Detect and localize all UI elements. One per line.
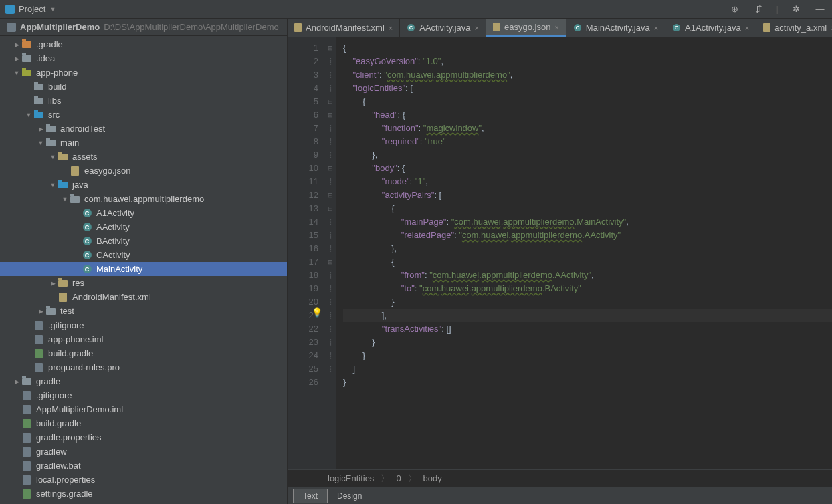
structure-breadcrumb[interactable]: logicEntities〉 0〉 body [288,469,832,487]
tree-item-local-properties[interactable]: local.properties [0,473,287,487]
tree-item-libs[interactable]: libs [0,94,287,108]
expand-arrow-icon[interactable] [36,140,45,146]
editor-tab-mainactivity-java[interactable]: CMainActivity.java× [566,19,665,37]
expand-arrow-icon[interactable] [12,70,21,76]
code-line[interactable]: ], [343,309,832,322]
tree-item-mainactivity[interactable]: CMainActivity [0,262,287,276]
code-line[interactable]: "function": "magicwindow", [343,122,832,135]
tree-item-java[interactable]: java [0,178,287,192]
tree-item-easygo-json[interactable]: easygo.json [0,164,287,178]
tree-item--gradle[interactable]: .gradle [0,37,287,51]
code-line[interactable]: { [343,95,832,108]
expand-arrow-icon[interactable] [24,112,33,118]
fold-handle[interactable]: ⊟ [324,95,336,108]
tree-item-settings-gradle[interactable]: settings.gradle [0,487,287,501]
code-line[interactable]: "client": "com.huawei.appmultiplierdemo"… [343,68,832,82]
expand-arrow-icon[interactable] [36,126,45,132]
editor-tab-aactivity-java[interactable]: CAActivity.java× [400,19,486,37]
tree-item-aactivity[interactable]: CAActivity [0,220,287,234]
fold-handle[interactable]: ┊ [324,242,336,255]
tree-item-app-phone[interactable]: app-phone [0,66,287,80]
code-line[interactable]: } [343,336,832,349]
project-tree[interactable]: .gradle.ideaapp-phonebuildlibssrcandroid… [0,36,287,504]
code-line[interactable]: "logicEntities": [ [343,82,832,95]
code-line[interactable]: "mainPage": "com.huawei.appmultiplierdem… [343,215,832,229]
code-line[interactable]: "head": { [343,108,832,122]
tree-item-bactivity[interactable]: CBActivity [0,234,287,248]
close-icon[interactable]: × [554,23,558,31]
tree-item-a1activity[interactable]: CA1Activity [0,206,287,220]
fold-handle[interactable]: ┊ [324,122,336,135]
fold-handle[interactable]: ┊ [324,282,336,295]
tree-item-androidtest[interactable]: androidTest [0,122,287,136]
tree-item-app-phone-iml[interactable]: app-phone.iml [0,332,287,346]
tree-item-proguard-rules-pro[interactable]: proguard-rules.pro [0,360,287,374]
expand-arrow-icon[interactable] [60,196,70,203]
tree-item-assets[interactable]: assets [0,150,287,164]
locate-icon[interactable]: ⊕ [728,3,742,16]
tree-item-build-gradle[interactable]: build.gradle [0,346,287,360]
fold-handle[interactable]: ⊟ [324,255,336,269]
editor-tab-easygo-json[interactable]: easygo.json× [486,19,566,37]
code-line[interactable]: } [343,376,832,389]
code-line[interactable]: "body": { [343,162,832,175]
close-icon[interactable]: × [654,24,658,32]
code-line[interactable]: "from": "com.huawei.appmultiplierdemo.AA… [343,269,832,282]
expand-arrow-icon[interactable] [12,41,21,48]
code-content[interactable]: { "easyGoVersion": "1.0", "client": "com… [336,37,832,469]
split-icon[interactable]: ⇵ [752,3,766,16]
code-line[interactable]: "required": "true" [343,135,832,148]
code-line[interactable]: { [343,202,832,215]
tree-item-src[interactable]: src [0,108,287,122]
fold-handle[interactable]: ┊ [324,309,336,322]
fold-handle[interactable]: ┊ [324,68,336,82]
tree-item-com-huawei-appmultiplierdemo[interactable]: com.huawei.appmultiplierdemo [0,192,287,206]
code-line[interactable]: "mode": "1", [343,175,832,188]
expand-arrow-icon[interactable] [12,378,21,385]
close-icon[interactable]: × [389,24,393,32]
fold-handle[interactable]: ⊟ [324,202,336,215]
code-line[interactable]: { [343,41,832,55]
tree-item-cactivity[interactable]: CCActivity [0,248,287,262]
fold-handle[interactable]: ┊ [324,349,336,362]
tree-item--gitignore[interactable]: .gitignore [0,388,287,402]
tree-item--gitignore[interactable]: .gitignore [0,318,287,332]
code-line[interactable]: "activityPairs": [ [343,188,832,202]
expand-arrow-icon[interactable] [36,308,45,315]
editor-tab-activity-a-xml[interactable]: activity_a.xml× [756,19,832,37]
code-line[interactable]: } [343,349,832,362]
code-line[interactable]: { [343,255,832,269]
fold-handle[interactable]: ┊ [324,229,336,242]
code-line[interactable]: "easyGoVersion": "1.0", [343,55,832,68]
tree-item-gradlew[interactable]: gradlew [0,445,287,459]
fold-handle[interactable]: ┊ [324,135,336,148]
fold-handle[interactable]: ┊ [324,215,336,229]
minimize-icon[interactable]: — [813,3,827,16]
tree-item-gradle-properties[interactable]: gradle.properties [0,430,287,445]
code-line[interactable]: ] [343,362,832,376]
crumb-item[interactable]: body [423,473,442,483]
fold-handle[interactable] [324,376,336,389]
tab-design[interactable]: Design [328,489,371,503]
fold-handle[interactable]: ┊ [324,55,336,68]
editor-tabs[interactable]: AndroidManifest.xml×CAActivity.java×easy… [288,19,832,37]
tree-item--idea[interactable]: .idea [0,51,287,66]
close-icon[interactable]: × [745,24,749,32]
tree-item-appmultiplierdemo-iml[interactable]: AppMultiplierDemo.iml [0,402,287,416]
fold-handle[interactable]: ┊ [324,175,336,188]
code-line[interactable]: }, [343,242,832,255]
editor-tab-a1activity-java[interactable]: CA1Activity.java× [665,19,756,37]
fold-handle[interactable]: ⊟ [324,108,336,122]
code-line[interactable]: "transActivities": [] [343,322,832,336]
tree-item-res[interactable]: res [0,276,287,290]
tree-item-androidmanifest-xml[interactable]: AndroidManifest.xml [0,290,287,304]
expand-arrow-icon[interactable] [48,154,58,160]
expand-arrow-icon[interactable] [48,280,58,287]
tree-item-gradlew-bat[interactable]: gradlew.bat [0,459,287,473]
fold-column[interactable]: ⊟┊┊┊⊟⊟┊┊┊⊟┊⊟⊟┊┊┊⊟┊┊┊┊┊┊┊┊ [324,37,336,469]
fold-handle[interactable]: ┊ [324,295,336,309]
fold-handle[interactable]: ⊟ [324,188,336,202]
tree-item-build-gradle[interactable]: build.gradle [0,416,287,430]
fold-handle[interactable]: ┊ [324,269,336,282]
fold-handle[interactable]: ┊ [324,322,336,336]
